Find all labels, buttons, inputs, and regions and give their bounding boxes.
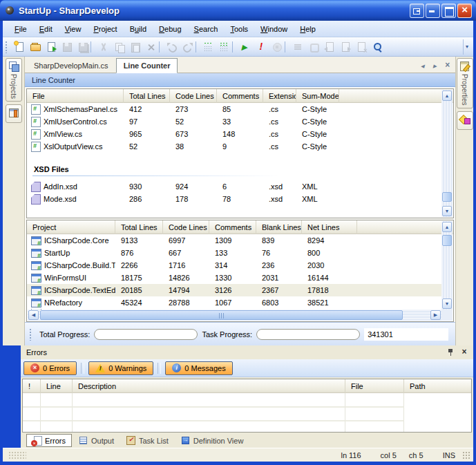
menu-item[interactable]: Window <box>254 23 294 35</box>
side-tab[interactable] <box>457 111 473 130</box>
toolbar-button[interactable] <box>111 39 127 55</box>
column-header-description[interactable]: Description <box>73 379 345 393</box>
scrollbar-thumb[interactable] <box>40 310 403 320</box>
column-header-total-lines[interactable]: Total Lines <box>115 220 163 234</box>
panel-close-icon[interactable]: × <box>459 348 469 357</box>
table-row[interactable]: Mode.xsd 286 178 78 .xsd XML <box>27 193 441 205</box>
toolbar-button[interactable] <box>95 39 111 55</box>
column-header-code-lines[interactable]: Code Lines <box>170 89 217 103</box>
vertical-scrollbar[interactable]: ▲ ▼ <box>441 90 453 217</box>
minimize-button[interactable] <box>426 3 440 18</box>
toolbar-button[interactable] <box>180 39 196 55</box>
column-header-file[interactable]: File <box>27 89 124 103</box>
tab-control-button[interactable] <box>430 59 440 70</box>
side-tab[interactable]: Properties <box>457 58 473 108</box>
table-row[interactable]: WinFormsUI 18175 14826 1330 2031 16144 <box>27 272 441 284</box>
menu-item[interactable]: File <box>8 23 33 35</box>
column-header-comments[interactable]: Comments <box>209 220 256 234</box>
toolbar-grip[interactable] <box>5 41 8 53</box>
toolbar-button[interactable] <box>75 39 91 55</box>
scrollbar-thumb[interactable] <box>442 192 452 202</box>
horizontal-scrollbar[interactable]: ◀ ▶ <box>28 310 441 321</box>
tab-control-button[interactable] <box>442 59 453 70</box>
table-row[interactable]: XmlUserControl.cs 97 52 33 .cs C-Style <box>27 115 441 128</box>
panel-tab[interactable]: Output <box>73 434 120 447</box>
column-header-severity[interactable]: ! <box>23 379 41 393</box>
scroll-up-icon[interactable]: ▲ <box>442 222 452 232</box>
maximize-button[interactable] <box>441 3 456 18</box>
errors-filter-button[interactable]: ×0 Errors <box>23 361 77 375</box>
toolbar-button[interactable] <box>269 39 285 55</box>
messages-filter-button[interactable]: i0 Messages <box>165 361 232 375</box>
toolbar-button[interactable] <box>237 39 253 55</box>
side-tab[interactable] <box>6 104 22 123</box>
toolbar-button[interactable] <box>200 39 216 55</box>
menu-item[interactable]: Build <box>124 23 153 35</box>
toolbar-button[interactable] <box>43 39 59 55</box>
column-header-extension[interactable]: Extension <box>263 89 296 103</box>
toolbar-button[interactable] <box>59 39 75 55</box>
table-row[interactable]: ICSharpCode.Build.Tasks 2266 1716 314 23… <box>27 259 441 272</box>
toolbar-button[interactable] <box>127 39 143 55</box>
scroll-down-icon[interactable]: ▼ <box>442 298 452 309</box>
popout-button[interactable] <box>410 3 424 18</box>
column-header-net-lines[interactable]: Net Lines <box>302 220 357 234</box>
menu-item[interactable]: Tools <box>224 23 254 35</box>
panel-tab[interactable]: Errors <box>26 434 72 447</box>
toolbar-button[interactable] <box>164 39 180 55</box>
toolbar-button[interactable] <box>143 39 159 55</box>
table-row[interactable]: XmlView.cs 965 673 148 .cs C-Style <box>27 128 441 140</box>
column-header-comments[interactable]: Comments <box>217 89 263 103</box>
table-row[interactable]: NRefactory 45324 28788 1067 6803 38521 <box>27 296 441 309</box>
table-row[interactable]: ICSharpCode.TextEditor 20185 14794 3126 … <box>27 284 441 296</box>
menu-item[interactable]: Search <box>188 23 225 35</box>
table-row[interactable]: XmlSchemasPanel.cs 412 273 85 .cs C-Styl… <box>27 103 441 115</box>
panel-tab[interactable]: Task List <box>121 434 174 447</box>
toolbar-button[interactable] <box>337 39 353 55</box>
scroll-down-icon[interactable]: ▼ <box>442 206 452 216</box>
column-header-path[interactable]: Path <box>404 379 471 393</box>
close-button[interactable] <box>457 3 472 18</box>
tab-control-button[interactable] <box>417 59 428 70</box>
table-row[interactable]: XslOutputView.cs 52 38 9 .cs C-Style <box>27 140 441 153</box>
document-tab[interactable]: SharpDevelopMain.cs <box>26 58 116 73</box>
toolbar-overflow-button[interactable]: ▾ <box>463 39 470 55</box>
panel-tab[interactable]: Definition View <box>175 434 249 447</box>
progress-grip[interactable] <box>29 328 32 341</box>
table-row[interactable]: AddIn.xsd 930 924 6 .xsd XML <box>27 180 441 193</box>
column-header-blank-lines[interactable]: Blank Lines <box>256 220 302 234</box>
menu-item[interactable]: Help <box>294 23 322 35</box>
toolbar-button[interactable] <box>216 39 232 55</box>
menu-item[interactable]: Project <box>87 23 123 35</box>
vertical-scrollbar[interactable]: ▲ ▼ <box>441 221 453 310</box>
column-header-line[interactable]: Line <box>41 379 73 393</box>
pin-icon[interactable] <box>448 349 454 357</box>
scroll-left-icon[interactable]: ◀ <box>28 310 39 320</box>
column-header-sum-mode[interactable]: Sum-Mode <box>296 89 339 103</box>
toolbar-button[interactable] <box>27 39 43 55</box>
scroll-right-icon[interactable]: ▶ <box>430 310 441 320</box>
toolbar-button[interactable] <box>369 39 385 55</box>
menu-item[interactable]: View <box>59 23 88 35</box>
table-row[interactable]: StartUp 876 667 133 76 800 <box>27 247 441 259</box>
toolbar-button[interactable] <box>289 39 305 55</box>
column-header-code-lines[interactable]: Code Lines <box>163 220 209 234</box>
document-tab[interactable]: Line Counter <box>116 58 178 73</box>
column-header-total-lines[interactable]: Total Lines <box>124 89 170 103</box>
warnings-filter-button[interactable]: 0 Warnings <box>88 361 153 375</box>
table-row[interactable]: ICSharpCode.Core 9133 6997 1309 839 8294 <box>27 234 441 247</box>
resize-grip[interactable] <box>462 451 470 459</box>
scrollbar-thumb[interactable] <box>442 235 452 246</box>
toolbar-button[interactable] <box>353 39 369 55</box>
column-header-project[interactable]: Project <box>27 220 115 234</box>
menu-item[interactable]: Edit <box>33 23 59 35</box>
scroll-up-icon[interactable]: ▲ <box>442 91 452 101</box>
menu-item[interactable]: Debug <box>153 23 187 35</box>
toolbar-button[interactable] <box>321 39 337 55</box>
toolbar-button[interactable] <box>11 39 27 55</box>
column-header-file[interactable]: File <box>345 379 404 393</box>
sharpdevelop-logo-icon[interactable] <box>4 5 15 16</box>
toolbar-button[interactable] <box>253 39 269 55</box>
toolbar-button[interactable] <box>305 39 321 55</box>
side-tab[interactable]: Projects <box>6 58 22 102</box>
